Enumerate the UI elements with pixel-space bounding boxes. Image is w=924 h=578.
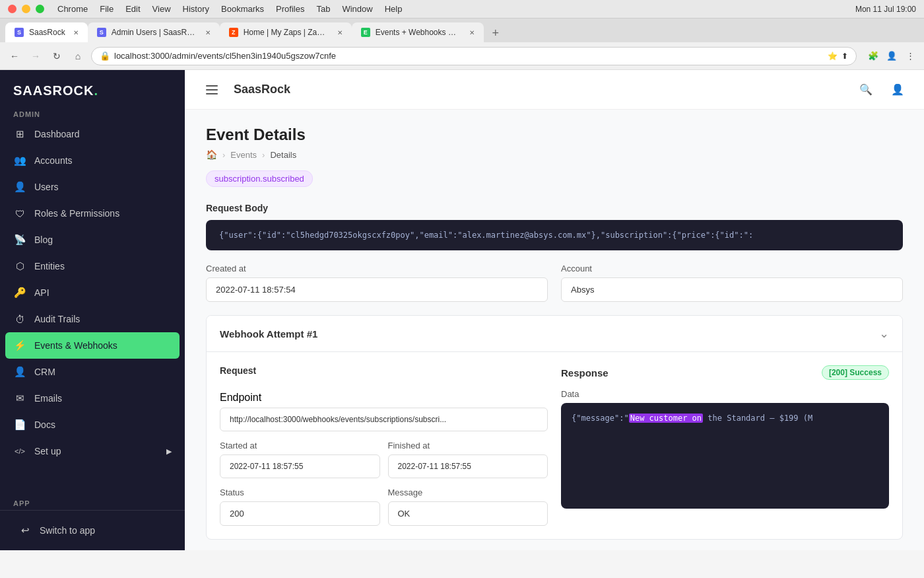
sidebar-item-dashboard[interactable]: ⊞ Dashboard [0,121,185,147]
sidebar-item-emails[interactable]: ✉ Emails [0,385,185,412]
sidebar-label-api: API [34,287,172,298]
sidebar-spacer [0,464,185,494]
back-button[interactable]: ← [7,48,22,64]
sidebar-label-dashboard: Dashboard [34,129,172,139]
breadcrumb-sep-1: › [222,150,225,160]
tab-admin-users[interactable]: S Admin Users | SaasRock ✕ [88,22,220,42]
profile-icon[interactable]: 👤 [884,49,899,63]
finished-at-value: 2022-07-11 18:57:55 [388,454,548,478]
tabs-bar: S SaasRock ✕ S Admin Users | SaasRock ✕ … [0,18,924,42]
sidebar-item-switch-to-app[interactable]: ↩ Switch to app [5,517,180,544]
finished-at-label: Finished at [388,441,548,451]
response-section: Response [200] Success Data {"message":"… [561,365,889,526]
search-header-icon[interactable]: 🔍 [855,79,876,100]
webhook-attempt-card: Webhook Attempt #1 ⌄ Request Endpoint ht… [206,315,903,540]
home-button[interactable]: ⌂ [70,48,86,64]
sidebar-label-events: Events & Webhooks [34,340,172,351]
request-section: Request Endpoint http://localhost:3000/w… [220,365,548,526]
bookmark-icon[interactable]: ⭐ [828,52,838,61]
fullscreen-button[interactable] [36,5,44,13]
sidebar-item-setup[interactable]: </> Set up ▶ [0,438,185,464]
user-header-icon[interactable]: 👤 [887,79,908,100]
account-label: Account [561,264,903,273]
tab-close-admin[interactable]: ✕ [205,29,211,36]
tab-close-saasrock[interactable]: ✕ [73,29,79,36]
sidebar-item-events-webhooks[interactable]: ⚡ Events & Webhooks [5,332,180,359]
new-tab-button[interactable]: + [486,24,505,42]
audit-icon: ⏱ [13,312,26,326]
sidebar-item-entities[interactable]: ⬡ Entities [0,253,185,279]
tab-events-demo[interactable]: E Events + Webhooks Demo - H... ✕ [352,22,484,42]
created-at-value: 2022-07-11 18:57:54 [206,277,548,302]
breadcrumb-events-link[interactable]: Events [230,150,257,160]
tab-close-zapier[interactable]: ✕ [337,29,343,36]
setup-arrow-icon: ▶ [166,447,172,456]
menu-edit[interactable]: Edit [125,4,140,14]
sidebar-item-users[interactable]: 👤 Users [0,174,185,200]
main-header-title: SaasRock [234,83,290,96]
sidebar-bottom: ↩ Switch to app [0,510,185,550]
account-value: Absys [561,277,903,302]
tab-saasrock[interactable]: S SaasRock ✕ [5,22,88,42]
titlebar: Chrome File Edit View History Bookmarks … [0,0,924,18]
status-value: 200 [220,501,380,526]
app-section-label: APP [0,494,185,510]
menu-view[interactable]: View [152,4,171,14]
menu-history[interactable]: History [183,4,209,14]
roles-icon: 🛡 [13,207,26,220]
collapse-icon[interactable]: ⌄ [879,326,889,341]
sidebar-label-docs: Docs [34,419,172,430]
reload-button[interactable]: ↻ [49,48,65,64]
hamburger-line-1 [206,85,218,87]
tab-label-zapier: Home | My Zaps | Zapier [244,28,329,37]
more-menu-icon[interactable]: ⋮ [903,49,917,63]
menu-window[interactable]: Window [342,4,372,14]
menu-profiles[interactable]: Profiles [276,4,304,14]
sidebar-label-entities: Entities [34,261,172,271]
hamburger-line-2 [206,89,218,90]
menu-help[interactable]: Help [385,4,403,14]
menu-file[interactable]: File [100,4,114,14]
sidebar-item-roles[interactable]: 🛡 Roles & Permissions [0,200,185,227]
data-label: Data [561,389,889,399]
sidebar-item-api[interactable]: 🔑 API [0,279,185,306]
minimize-button[interactable] [22,5,30,13]
webhook-card-header[interactable]: Webhook Attempt #1 ⌄ [207,316,902,352]
address-bar-icons: ⭐ ⬆ [828,52,848,61]
page-title: Event Details [206,126,903,144]
sidebar-item-crm[interactable]: 👤 CRM [0,359,185,385]
close-button[interactable] [8,5,16,13]
tab-zapier[interactable]: Z Home | My Zaps | Zapier ✕ [220,22,352,42]
message-field: Message OK [388,488,548,526]
switch-icon: ↩ [18,524,32,537]
main-header-icons: 🔍 👤 [855,79,908,100]
sidebar-item-blog[interactable]: 📡 Blog [0,227,185,253]
menu-tab[interactable]: Tab [316,4,330,14]
success-badge: [200] Success [822,365,889,380]
extensions-icon[interactable]: 🧩 [866,49,880,63]
sidebar-item-audit-trails[interactable]: ⏱ Audit Trails [0,306,185,332]
webhook-card-body: Request Endpoint http://localhost:3000/w… [207,352,902,539]
main-body: Event Details 🏠 › Events › Details subsc… [185,110,924,550]
sidebar-label-accounts: Accounts [34,155,172,166]
sidebar-label-setup: Set up [34,446,158,456]
menu-chrome[interactable]: Chrome [57,4,88,14]
browser-chrome: S SaasRock ✕ S Admin Users | SaasRock ✕ … [0,18,924,70]
webhook-attempt-title: Webhook Attempt #1 [220,328,317,340]
event-badge: subscription.subscribed [206,170,313,187]
sidebar-item-docs[interactable]: 📄 Docs [0,412,185,438]
tab-close-events[interactable]: ✕ [469,29,475,36]
accounts-icon: 👥 [13,154,26,167]
breadcrumb: 🏠 › Events › Details [206,149,903,160]
users-icon: 👤 [13,180,26,194]
share-icon[interactable]: ⬆ [842,52,848,61]
response-data-post: the Standard — $199 (M [703,414,812,423]
hamburger-menu[interactable] [201,80,223,100]
sidebar-item-accounts[interactable]: 👥 Accounts [0,147,185,174]
address-bar[interactable]: 🔒 localhost:3000/admin/events/cl5hen3in1… [91,47,857,65]
menu-bookmarks[interactable]: Bookmarks [221,4,264,14]
forward-button[interactable]: → [28,48,44,64]
breadcrumb-home-icon[interactable]: 🏠 [206,149,217,160]
started-at-value: 2022-07-11 18:57:55 [220,454,380,478]
tab-favicon-saasrock: S [15,28,24,37]
